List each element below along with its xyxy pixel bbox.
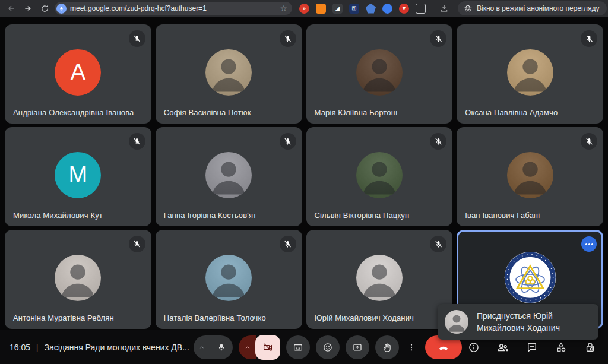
call-controls bbox=[189, 335, 467, 359]
reload-icon[interactable] bbox=[38, 2, 51, 15]
participant-tile[interactable]: Іван Іванович Габані bbox=[457, 127, 603, 226]
participant-tile[interactable]: А Андріана Олександрівна Іванова bbox=[5, 24, 151, 124]
metamask-extension[interactable] bbox=[316, 4, 326, 14]
participant-name: Сільвія Вікторівна Пацкун bbox=[315, 211, 410, 220]
chat-button[interactable] bbox=[525, 340, 539, 354]
mic-muted-icon bbox=[430, 30, 446, 47]
extensions-row: »◢⚿▼ bbox=[299, 4, 426, 14]
reactions-button[interactable] bbox=[316, 335, 340, 359]
bookmark-star-icon[interactable]: ☆ bbox=[280, 4, 287, 12]
mic-muted-icon bbox=[280, 30, 296, 47]
participants-button[interactable]: 12 bbox=[496, 340, 510, 354]
forward-icon[interactable] bbox=[21, 2, 34, 15]
camera-options-chevron[interactable] bbox=[239, 335, 256, 359]
mic-muted-icon bbox=[129, 133, 145, 150]
participant-tile[interactable]: Антоніна Муратівна Реблян bbox=[5, 230, 151, 329]
clipboard-extension[interactable] bbox=[416, 4, 426, 14]
participant-name: Андріана Олександрівна Іванова bbox=[13, 108, 134, 117]
download-icon[interactable] bbox=[438, 2, 451, 15]
participant-name: Юрій Михайлович Ходанич bbox=[315, 314, 414, 322]
mic-muted-icon bbox=[129, 236, 145, 252]
mic-muted-icon bbox=[430, 133, 446, 150]
meeting-stage: А Андріана Олександрівна Іванова Софія В… bbox=[0, 17, 608, 330]
initial-avatar: А bbox=[55, 49, 101, 95]
key-extension[interactable]: ⚿ bbox=[349, 4, 359, 14]
joining-toast: Приєднується Юрій Михайлович Ходанич bbox=[438, 304, 598, 340]
mic-muted-icon bbox=[581, 133, 597, 150]
toast-avatar bbox=[445, 310, 468, 334]
photo-avatar bbox=[507, 151, 553, 198]
participant-tile[interactable]: Марія Юліївна Бортош bbox=[306, 24, 453, 124]
participant-tile[interactable]: Ганна Ігорівна Костьов'ят bbox=[156, 127, 302, 226]
photo-avatar bbox=[356, 151, 403, 198]
pentagon-extension[interactable] bbox=[366, 4, 376, 14]
participant-name: Оксана Павлівна Адамчо bbox=[465, 108, 558, 117]
participants-grid: А Андріана Олександрівна Іванова Софія В… bbox=[5, 24, 603, 329]
participant-tile[interactable]: Наталія Валеріївна Толочко bbox=[156, 230, 302, 329]
mic-muted-icon bbox=[129, 30, 145, 47]
camera-control bbox=[239, 335, 280, 359]
mic-muted-icon bbox=[581, 30, 597, 47]
photo-avatar bbox=[356, 254, 403, 300]
toast-text: Приєднується Юрій Михайлович Ходанич bbox=[477, 310, 591, 334]
url-text[interactable]: meet.google.com/zud-pdrq-hcf?authuser=1 bbox=[70, 4, 276, 12]
title-divider: | bbox=[36, 343, 38, 352]
photo-avatar bbox=[205, 49, 252, 95]
mic-muted-icon bbox=[430, 236, 446, 252]
mic-toggle-button[interactable] bbox=[210, 335, 233, 359]
meeting-title: Засідання Ради молодих вчених ДВ... bbox=[44, 343, 189, 352]
participant-tile[interactable]: Юрій Михайлович Ходанич bbox=[306, 230, 453, 329]
participant-name: Софія Василівна Потюк bbox=[164, 108, 251, 117]
participant-tile[interactable]: Софія Василівна Потюк bbox=[156, 24, 302, 124]
tile-more-button[interactable] bbox=[581, 236, 597, 252]
shield-extension[interactable]: ▼ bbox=[399, 4, 409, 14]
panel-controls: 12 bbox=[467, 340, 598, 354]
participant-tile[interactable]: Сільвія Вікторівна Пацкун bbox=[306, 127, 453, 226]
back-icon[interactable] bbox=[5, 2, 18, 15]
activities-button[interactable] bbox=[554, 340, 568, 354]
council-logo bbox=[503, 250, 558, 305]
mic-muted-icon bbox=[280, 236, 296, 252]
clock-time: 16:05 bbox=[10, 343, 30, 352]
browser-toolbar: meet.google.com/zud-pdrq-hcf?authuser=1 … bbox=[0, 0, 608, 17]
incognito-badge: Вікно в режимі анонімного перегляду bbox=[458, 1, 607, 15]
photo-avatar bbox=[205, 254, 252, 300]
participant-name: Марія Юліївна Бортош bbox=[315, 108, 398, 117]
raise-hand-button[interactable] bbox=[375, 335, 399, 359]
participant-tile[interactable]: М Микола Михайлович Кут bbox=[5, 127, 151, 226]
host-controls-button[interactable] bbox=[583, 340, 597, 354]
participant-tile[interactable]: Оксана Павлівна Адамчо bbox=[457, 24, 603, 124]
photo-avatar bbox=[356, 49, 403, 95]
mic-permission-icon[interactable] bbox=[56, 4, 66, 14]
incognito-label: Вікно в режимі анонімного перегляду bbox=[477, 4, 600, 12]
dark-extension[interactable]: ◢ bbox=[332, 4, 343, 14]
blue-dot-extension[interactable] bbox=[382, 4, 392, 14]
photo-avatar bbox=[55, 254, 101, 300]
participant-name: Іван Іванович Габані bbox=[465, 211, 540, 220]
mic-muted-icon bbox=[280, 133, 296, 150]
logo-avatar bbox=[503, 250, 558, 305]
meeting-info: 16:05 | Засідання Ради молодих вчених ДВ… bbox=[10, 343, 189, 352]
camera-off-button[interactable] bbox=[255, 335, 280, 360]
present-button[interactable] bbox=[346, 335, 369, 359]
participant-name: Наталія Валеріївна Толочко bbox=[164, 314, 266, 322]
incognito-icon bbox=[463, 4, 473, 12]
participant-name: Микола Михайлович Кут bbox=[13, 211, 103, 220]
participant-name: Ганна Ігорівна Костьов'ят bbox=[164, 211, 256, 220]
participant-name: Антоніна Муратівна Реблян bbox=[13, 314, 114, 322]
mic-options-chevron[interactable] bbox=[194, 335, 210, 359]
mic-control bbox=[194, 335, 233, 359]
photo-avatar bbox=[507, 49, 553, 95]
fast-forward-extension[interactable]: » bbox=[299, 4, 309, 14]
more-options-button[interactable] bbox=[405, 335, 418, 359]
initial-avatar: М bbox=[55, 151, 101, 198]
captions-button[interactable] bbox=[286, 335, 310, 359]
meeting-details-button[interactable] bbox=[467, 340, 481, 354]
photo-avatar bbox=[205, 151, 252, 198]
address-bar[interactable]: meet.google.com/zud-pdrq-hcf?authuser=1 … bbox=[55, 2, 292, 15]
